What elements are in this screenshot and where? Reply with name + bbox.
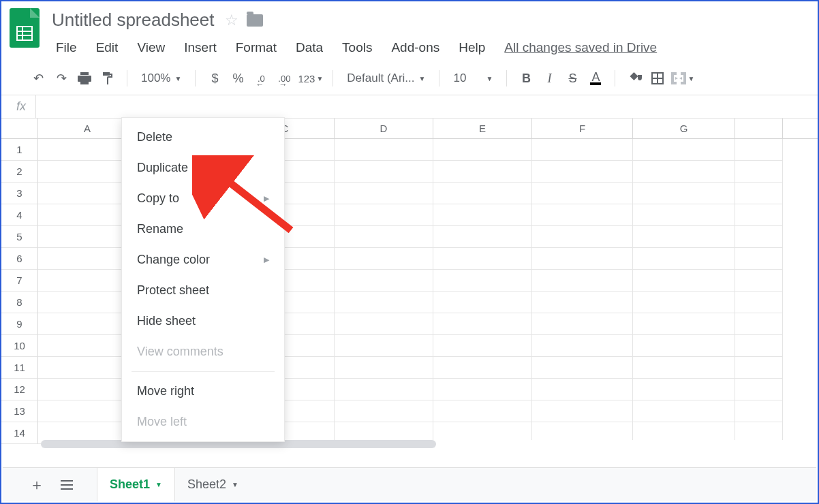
sheet-tab-sheet2[interactable]: Sheet2▼ — [175, 468, 251, 501]
cell[interactable] — [433, 139, 532, 161]
cell[interactable] — [433, 292, 532, 313]
cell[interactable] — [633, 139, 735, 161]
cell[interactable] — [735, 292, 783, 313]
row-header-10[interactable]: 10 — [1, 335, 38, 357]
cell[interactable] — [335, 248, 433, 270]
cell[interactable] — [633, 292, 735, 313]
cell[interactable] — [532, 161, 633, 183]
row-header-6[interactable]: 6 — [1, 248, 38, 270]
context-menu-copy-to[interactable]: Copy to▶ — [122, 183, 284, 214]
cell[interactable] — [532, 357, 633, 379]
menu-file[interactable]: File — [49, 37, 84, 58]
cell[interactable] — [532, 226, 633, 248]
cell[interactable] — [735, 313, 783, 335]
cell[interactable] — [633, 248, 735, 270]
font-size-select[interactable]: 10 ▼ — [449, 72, 497, 85]
cell[interactable] — [633, 226, 735, 248]
cell[interactable] — [335, 292, 433, 313]
column-header-D[interactable]: D — [335, 119, 433, 138]
row-header-13[interactable]: 13 — [1, 400, 38, 422]
number-format-select[interactable]: 123▼ — [298, 69, 323, 88]
menu-view[interactable]: View — [130, 37, 172, 58]
row-header-2[interactable]: 2 — [1, 161, 38, 183]
cell[interactable] — [433, 248, 532, 270]
drive-status[interactable]: All changes saved in Drive — [497, 37, 664, 58]
menu-format[interactable]: Format — [229, 37, 283, 58]
undo-button[interactable]: ↶ — [29, 69, 48, 88]
bold-button[interactable]: B — [516, 69, 536, 88]
context-menu-delete[interactable]: Delete — [122, 122, 284, 153]
cell[interactable] — [335, 335, 433, 357]
cell[interactable] — [335, 139, 433, 161]
cell[interactable] — [633, 204, 735, 226]
column-header-F[interactable]: F — [532, 119, 633, 138]
cell[interactable] — [532, 248, 633, 270]
context-menu-rename[interactable]: Rename — [122, 214, 284, 245]
select-all-corner[interactable] — [1, 119, 38, 138]
cell[interactable] — [335, 270, 433, 292]
context-menu-change-color[interactable]: Change color▶ — [122, 245, 284, 275]
cell[interactable] — [433, 357, 532, 379]
font-select[interactable]: Default (Ari... ▼ — [343, 72, 429, 85]
column-header-E[interactable]: E — [433, 119, 532, 138]
context-menu-protect-sheet[interactable]: Protect sheet — [122, 275, 284, 306]
add-sheet-button[interactable]: ＋ — [23, 471, 50, 499]
row-header-5[interactable]: 5 — [1, 226, 38, 248]
cell[interactable] — [532, 270, 633, 292]
folder-icon[interactable] — [247, 14, 263, 27]
cell[interactable] — [735, 379, 783, 400]
cell[interactable] — [433, 226, 532, 248]
cell[interactable] — [532, 400, 633, 422]
cell[interactable] — [735, 139, 783, 161]
fill-color-button[interactable] — [625, 69, 644, 88]
sheet-tab-sheet1[interactable]: Sheet1▼ — [97, 468, 175, 501]
sheets-logo[interactable] — [10, 8, 40, 48]
cell[interactable] — [335, 357, 433, 379]
strike-button[interactable]: S — [563, 69, 582, 88]
cell[interactable] — [633, 357, 735, 379]
italic-button[interactable]: I — [540, 69, 559, 88]
cell[interactable] — [335, 379, 433, 400]
cell[interactable] — [633, 183, 735, 204]
cell[interactable] — [532, 204, 633, 226]
context-menu-duplicate[interactable]: Duplicate — [122, 153, 284, 183]
cell[interactable] — [633, 379, 735, 400]
menu-add-ons[interactable]: Add-ons — [384, 37, 446, 58]
row-header-14[interactable]: 14 — [1, 422, 38, 444]
menu-insert[interactable]: Insert — [177, 37, 223, 58]
cell[interactable] — [735, 357, 783, 379]
borders-button[interactable] — [648, 69, 667, 88]
menu-data[interactable]: Data — [289, 37, 330, 58]
cell[interactable] — [532, 313, 633, 335]
document-title[interactable]: Untitled spreadsheet — [49, 8, 217, 32]
all-sheets-button[interactable] — [53, 471, 80, 499]
menu-help[interactable]: Help — [452, 37, 492, 58]
cell[interactable] — [633, 270, 735, 292]
cell[interactable] — [433, 204, 532, 226]
cell[interactable] — [532, 183, 633, 204]
text-color-button[interactable]: A — [586, 69, 605, 88]
row-header-3[interactable]: 3 — [1, 183, 38, 204]
row-header-9[interactable]: 9 — [1, 313, 38, 335]
print-button[interactable] — [75, 69, 94, 88]
cell[interactable] — [433, 183, 532, 204]
cell[interactable] — [735, 161, 783, 183]
paint-format-button[interactable] — [98, 69, 117, 88]
cell[interactable] — [633, 313, 735, 335]
cell[interactable] — [633, 335, 735, 357]
cell[interactable] — [433, 270, 532, 292]
row-header-4[interactable]: 4 — [1, 204, 38, 226]
cell[interactable] — [335, 313, 433, 335]
percent-button[interactable]: % — [228, 69, 247, 88]
context-menu-hide-sheet[interactable]: Hide sheet — [122, 306, 284, 336]
cell[interactable] — [433, 313, 532, 335]
merge-cells-button[interactable]: ▼ — [671, 69, 694, 88]
increase-decimal-button[interactable]: .00→ — [275, 69, 294, 88]
cell[interactable] — [532, 292, 633, 313]
cell[interactable] — [735, 335, 783, 357]
zoom-select[interactable]: 100% ▼ — [137, 72, 185, 85]
cell[interactable] — [335, 226, 433, 248]
row-header-12[interactable]: 12 — [1, 379, 38, 400]
row-header-7[interactable]: 7 — [1, 270, 38, 292]
cell[interactable] — [735, 226, 783, 248]
